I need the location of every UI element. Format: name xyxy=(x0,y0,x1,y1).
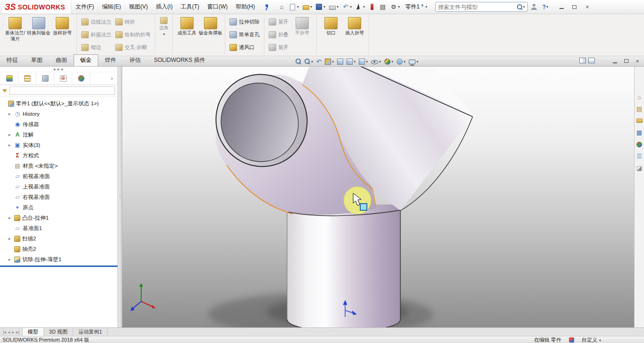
lofted-bend-button[interactable]: 放样折弯 xyxy=(51,16,74,38)
menu-view[interactable]: 视图(V) xyxy=(125,1,152,13)
cross-break-button[interactable]: 交叉-折断 xyxy=(113,41,153,54)
solidworks-resources-icon[interactable]: ⌂ xyxy=(636,93,644,101)
solidworks-forum-icon[interactable]: ◪ xyxy=(636,164,644,172)
display-manager-tab[interactable] xyxy=(72,73,90,84)
search-input[interactable] xyxy=(438,4,517,10)
close-button[interactable]: × xyxy=(581,2,593,12)
tree-item-sensors[interactable]: ◉传感器 xyxy=(0,119,118,129)
search-icon[interactable] xyxy=(517,4,523,10)
doc-minimize-button[interactable] xyxy=(609,56,620,66)
section-view-button[interactable]: ▾ xyxy=(325,59,334,65)
dynamic-annotation-button[interactable] xyxy=(337,59,343,65)
tree-item-right-plane[interactable]: ▱右视基准面 xyxy=(0,192,118,202)
feature-manager-tab[interactable] xyxy=(0,73,18,84)
chevron-down-icon[interactable]: ▾ xyxy=(323,5,325,9)
tree-item-material[interactable]: ▤材质 <未指定> xyxy=(0,161,118,171)
menu-edit[interactable]: 编辑(E) xyxy=(98,1,125,13)
rip-button[interactable]: 切口 xyxy=(319,16,343,38)
miter-flange-button[interactable]: 斜接法兰 xyxy=(79,28,113,41)
extruded-cut-button[interactable]: 拉伸切除 xyxy=(228,16,262,28)
scroll-right-icon[interactable]: ▸ xyxy=(12,330,14,334)
vertical-cylinder[interactable] xyxy=(287,205,400,327)
custom-properties-icon[interactable]: ☰ xyxy=(636,152,644,160)
expander-icon[interactable]: ▸ xyxy=(8,111,14,116)
base-flange-button[interactable]: 基体法兰/薄片 xyxy=(3,16,27,43)
edit-appearance-button[interactable]: ▾ xyxy=(384,59,393,65)
pin-menu-icon[interactable] xyxy=(262,3,271,11)
xpress-tools-button[interactable] xyxy=(367,2,377,12)
select-tool-button[interactable]: ▾ xyxy=(354,2,366,12)
scroll-left-icon[interactable]: ◂ xyxy=(8,330,10,334)
expander-icon[interactable]: ▸ xyxy=(8,257,14,262)
tree-filter-input[interactable] xyxy=(9,86,115,95)
no-bends-button[interactable]: 不折弯 xyxy=(290,16,314,38)
appearances-scenes-icon[interactable] xyxy=(636,140,644,148)
document-switcher[interactable]: 零件1 * ▾ xyxy=(405,3,427,11)
tree-item-boss-extrude1[interactable]: ▸凸台-拉伸1 xyxy=(0,213,118,223)
convert-to-sheet-metal-button[interactable]: 转换到钣金 xyxy=(27,16,51,38)
chevron-down-icon[interactable]: ▾ xyxy=(398,5,400,9)
new-document-button[interactable]: ▾ xyxy=(288,2,300,12)
tree-item-plane1[interactable]: ▱基准面1 xyxy=(0,223,118,233)
expander-icon[interactable]: ▸ xyxy=(8,215,14,220)
menu-insert[interactable]: 插入(I) xyxy=(152,1,176,13)
jog-button[interactable]: 转折 xyxy=(113,16,153,28)
file-explorer-icon[interactable] xyxy=(636,117,644,125)
graphics-viewport[interactable] xyxy=(122,67,634,327)
tab-features[interactable]: 特征 xyxy=(0,54,25,66)
tree-item-annotations[interactable]: ▸A注解 xyxy=(0,129,118,140)
model-canvas[interactable] xyxy=(122,67,634,327)
tab-surfaces[interactable]: 曲面 xyxy=(49,54,74,66)
sheet-metal-gusset-button[interactable]: 钣金角撑板 xyxy=(199,16,222,38)
doc-close-button[interactable]: × xyxy=(632,56,643,66)
chevron-down-icon[interactable]: ▾ xyxy=(163,32,165,37)
tree-item-sweep2[interactable]: ▸扫描2 xyxy=(0,233,118,244)
chevron-down-icon[interactable]: ▾ xyxy=(523,5,525,9)
vent-button[interactable]: 通风口 xyxy=(228,41,262,54)
tab-sheet-metal[interactable]: 钣金 xyxy=(74,54,98,66)
tree-item-cut-extrude-thin1[interactable]: ▸切除-拉伸-薄壁1 xyxy=(0,254,118,265)
expander-icon[interactable]: ▸ xyxy=(8,132,14,137)
tab-model[interactable]: 模型 xyxy=(23,328,44,336)
expander-icon[interactable]: ▸ xyxy=(8,236,14,241)
file-properties-button[interactable]: ▤ xyxy=(378,2,388,12)
zoom-to-area-button[interactable]: ▾ xyxy=(305,59,313,64)
chevron-down-icon[interactable]: ▾ xyxy=(310,5,312,9)
configuration-manager-tab[interactable] xyxy=(36,73,54,84)
tree-item-front-plane[interactable]: ▱前视基准面 xyxy=(0,171,118,181)
open-button[interactable]: ▾ xyxy=(301,2,313,12)
unfold-button[interactable]: 展开 xyxy=(267,16,290,28)
split-vertical-icon[interactable] xyxy=(579,58,586,63)
sketched-bend-button[interactable]: 绘制的折弯 xyxy=(113,28,153,41)
tree-root-part[interactable]: 零件1 (默认<<默认>_显示状态 1>) xyxy=(0,98,118,109)
simple-hole-button[interactable]: 简单直孔 xyxy=(228,28,262,41)
dimxpert-manager-tab[interactable] xyxy=(54,73,72,84)
tab-motion-study1[interactable]: 运动算例1 xyxy=(73,328,108,336)
view-settings-button[interactable]: ▾ xyxy=(409,59,418,64)
zoom-to-fit-button[interactable] xyxy=(296,59,301,64)
design-library-icon[interactable]: ▤ xyxy=(636,105,644,113)
tab-solidworks-addins[interactable]: SOLIDWORKS 插件 xyxy=(147,54,212,66)
home-button[interactable]: ⌂ xyxy=(277,2,287,12)
panel-splitter[interactable]: ⁞ xyxy=(118,67,122,327)
minimize-button[interactable] xyxy=(555,2,568,12)
chevron-down-icon[interactable]: ▾ xyxy=(363,5,365,9)
user-account-icon[interactable] xyxy=(531,4,537,10)
menu-help[interactable]: 帮助(H) xyxy=(232,1,259,13)
tab-3d-views[interactable]: 3D 视图 xyxy=(44,328,73,336)
chevron-down-icon[interactable]: ▾ xyxy=(350,5,352,9)
previous-view-button[interactable]: ↶ xyxy=(316,59,322,65)
undo-button[interactable]: ↶▾ xyxy=(340,2,353,12)
tree-item-solid-bodies[interactable]: ▸▣实体(3) xyxy=(0,140,118,150)
hide-show-items-button[interactable]: ▾ xyxy=(371,59,381,64)
print-button[interactable]: ▾ xyxy=(327,2,339,12)
view-palette-icon[interactable]: ▦ xyxy=(636,129,644,137)
view-orientation-button[interactable]: ▾ xyxy=(347,59,356,65)
help-button[interactable]: ?▾ xyxy=(541,4,550,10)
tree-item-origin[interactable]: ⌖原点 xyxy=(0,202,118,213)
panel-collapse-handle[interactable]: ●●● xyxy=(0,67,118,72)
rollback-bar[interactable] xyxy=(0,266,118,267)
menu-file[interactable]: 文件(F) xyxy=(72,1,98,13)
tree-item-top-plane[interactable]: ▱上视基准面 xyxy=(0,181,118,192)
tree-item-equations[interactable]: Σ方程式 xyxy=(0,150,118,161)
